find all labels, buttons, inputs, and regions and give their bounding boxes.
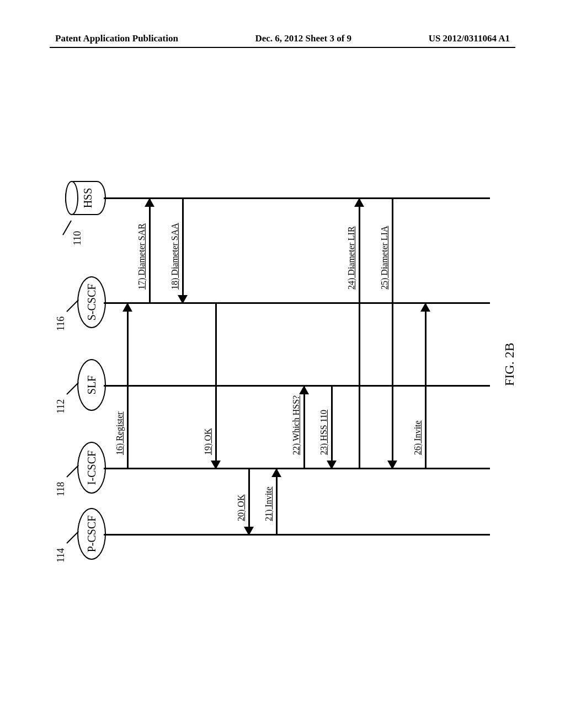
arrow-m26 <box>425 303 427 469</box>
header-center: Dec. 6, 2012 Sheet 3 of 9 <box>255 33 351 44</box>
ref-hss: 110 <box>72 231 83 245</box>
arrow-m19 <box>215 303 217 469</box>
icscf-label: I-CSCF <box>86 451 98 485</box>
label-m25: 25) Diameter LIA <box>380 226 390 290</box>
arrowhead-left-icon <box>327 461 337 469</box>
ref-slf: 112 <box>55 399 67 414</box>
label-m22: 22) Which HSS? <box>291 395 301 455</box>
figure-label: FIG. 2B <box>502 342 517 386</box>
arrowhead-left-icon <box>387 461 397 469</box>
ref-line-hss <box>62 221 72 235</box>
node-icscf: I-CSCF <box>77 442 106 494</box>
node-scscf: S-CSCF <box>77 276 106 328</box>
arrow-m23 <box>331 386 333 469</box>
arrowhead-right-icon <box>145 198 154 207</box>
node-slf: SLF <box>77 359 106 411</box>
hss-label: HSS <box>81 188 94 208</box>
arrowhead-right-icon <box>354 198 364 207</box>
ref-scscf: 116 <box>55 317 67 331</box>
label-m18: 18) Diameter SAA <box>170 223 180 290</box>
label-m16: 16) Register <box>115 411 125 455</box>
scscf-label: S-CSCF <box>86 284 98 321</box>
arrowhead-right-icon <box>271 468 281 477</box>
arrowhead-right-icon <box>122 303 132 312</box>
lifeline-hss <box>104 198 490 200</box>
label-m19: 19) OK <box>203 429 213 455</box>
lifeline-slf <box>104 386 490 387</box>
arrowhead-right-icon <box>420 303 430 312</box>
page-header: Patent Application Publication Dec. 6, 2… <box>0 33 565 44</box>
arrowhead-left-icon <box>244 527 254 536</box>
label-m23: 23) HSS 110 <box>319 410 329 455</box>
slf-label: SLF <box>86 376 98 394</box>
ref-icscf: 118 <box>55 482 67 496</box>
pcscf-label: P-CSCF <box>86 516 98 553</box>
arrow-m20 <box>248 469 250 535</box>
arrowhead-left-icon <box>211 461 221 469</box>
header-left: Patent Application Publication <box>55 33 178 44</box>
arrow-m17 <box>149 199 151 303</box>
arrow-m24 <box>359 199 360 469</box>
ref-pcscf: 114 <box>55 548 67 563</box>
label-m21: 21) Invite <box>264 486 274 521</box>
arrow-m16 <box>127 303 129 469</box>
label-m24: 24) Diameter LIR <box>347 226 356 290</box>
label-m26: 26) Invite <box>413 420 423 455</box>
header-divider <box>50 47 515 48</box>
arrow-m25 <box>392 199 393 469</box>
label-m17: 17) Diameter SAR <box>137 223 147 290</box>
sequence-diagram: P-CSCF 114 I-CSCF 118 SLF 112 S-CSCF 116… <box>72 154 513 552</box>
label-m20: 20) OK <box>236 495 246 521</box>
arrow-m18 <box>182 199 184 303</box>
lifeline-icscf <box>104 468 490 470</box>
arrow-m21 <box>276 469 278 535</box>
lifeline-pcscf <box>104 534 490 536</box>
header-right: US 2012/0311064 A1 <box>429 33 510 44</box>
arrow-m22 <box>303 386 305 469</box>
node-pcscf: P-CSCF <box>77 508 106 560</box>
arrowhead-right-icon <box>299 386 309 394</box>
lifeline-scscf <box>104 303 490 304</box>
node-hss: HSS <box>65 181 106 215</box>
arrowhead-left-icon <box>178 295 188 304</box>
